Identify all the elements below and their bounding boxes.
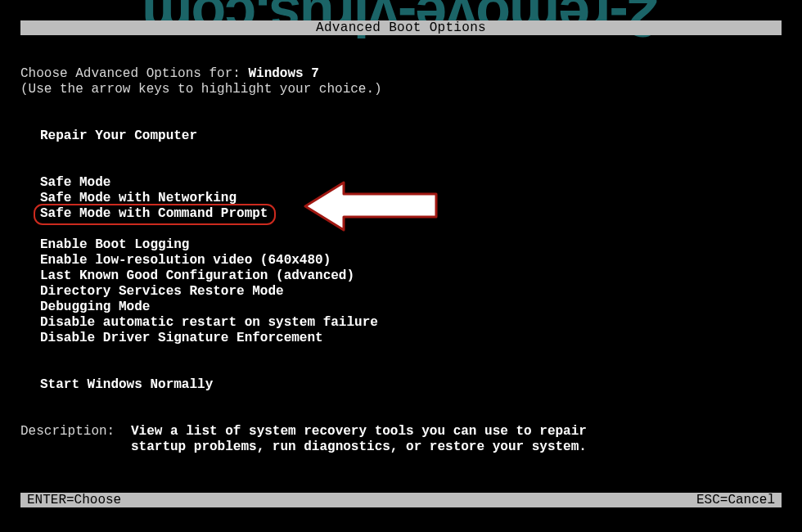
footer-enter: ENTER=Choose xyxy=(27,493,121,507)
option-debugging-mode[interactable]: Debugging Mode xyxy=(40,300,150,315)
title-bar: Advanced Boot Options xyxy=(20,20,782,35)
hint-line: (Use the arrow keys to highlight your ch… xyxy=(20,82,782,97)
option-enable-boot-logging[interactable]: Enable Boot Logging xyxy=(40,237,189,253)
choose-line: Choose Advanced Options for: Windows 7 xyxy=(20,66,782,82)
choose-prefix: Choose Advanced Options for: xyxy=(20,66,248,81)
footer-bar: ENTER=Choose ESC=Cancel xyxy=(20,493,782,507)
option-start-windows-normally[interactable]: Start Windows Normally xyxy=(40,377,213,393)
option-directory-services-restore[interactable]: Directory Services Restore Mode xyxy=(40,284,284,300)
option-safe-mode-networking[interactable]: Safe Mode with Networking xyxy=(40,191,237,206)
screen-body: Choose Advanced Options for: Windows 7 (… xyxy=(20,35,782,455)
os-name: Windows 7 xyxy=(248,66,318,81)
description-label: Description: xyxy=(20,424,131,455)
footer-esc: ESC=Cancel xyxy=(696,493,775,507)
option-enable-low-res-video[interactable]: Enable low-resolution video (640x480) xyxy=(40,253,331,268)
description-text: View a list of system recovery tools you… xyxy=(131,424,782,455)
option-safe-mode[interactable]: Safe Mode xyxy=(40,175,110,191)
description-block: Description: View a list of system recov… xyxy=(20,424,782,455)
option-disable-auto-restart[interactable]: Disable automatic restart on system fail… xyxy=(40,315,378,331)
boot-screen: Advanced Boot Options Choose Advanced Op… xyxy=(20,20,782,507)
option-disable-driver-sig[interactable]: Disable Driver Signature Enforcement xyxy=(40,331,323,346)
option-last-known-good-config[interactable]: Last Known Good Configuration (advanced) xyxy=(40,268,354,284)
option-safe-mode-command-prompt[interactable]: Safe Mode with Command Prompt xyxy=(40,206,268,222)
option-repair-your-computer[interactable]: Repair Your Computer xyxy=(40,128,197,144)
